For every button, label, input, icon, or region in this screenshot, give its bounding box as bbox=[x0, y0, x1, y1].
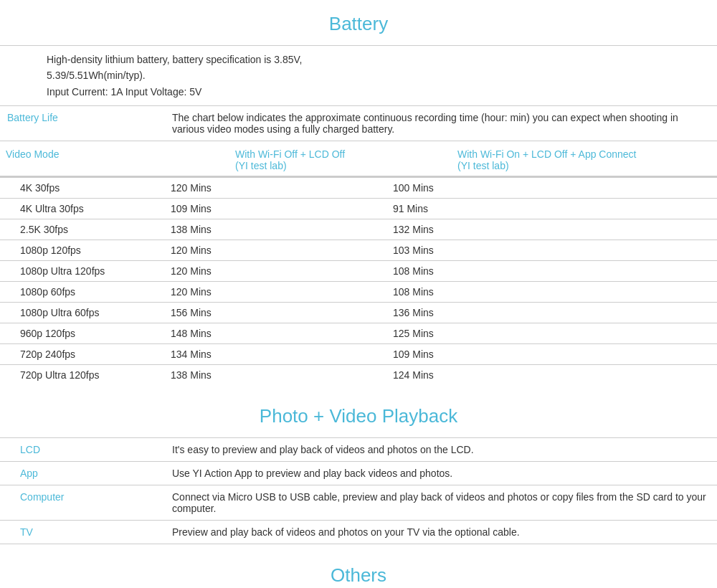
wifi-on-cell: 109 Mins bbox=[387, 344, 717, 365]
wifi-on-cell: 103 Mins bbox=[387, 240, 717, 261]
wifi-off-cell: 120 Mins bbox=[165, 240, 387, 261]
video-mode-cell: 1080p 60fps bbox=[0, 282, 165, 303]
battery-title: Battery bbox=[0, 0, 717, 45]
video-mode-cell: 4K Ultra 30fps bbox=[0, 199, 165, 219]
video-mode-cell: 720p Ultra 120fps bbox=[0, 365, 165, 386]
playback-label: App bbox=[0, 462, 165, 485]
battery-rows: 4K 30fps120 Mins100 Mins4K Ultra 30fps10… bbox=[0, 177, 717, 385]
battery-data-row: 1080p 120fps120 Mins103 Mins bbox=[0, 240, 717, 261]
playback-label: TV bbox=[0, 521, 165, 544]
video-mode-cell: 960p 120fps bbox=[0, 323, 165, 344]
video-mode-cell: 1080p Ultra 120fps bbox=[0, 261, 165, 282]
battery-data-row: 4K 30fps120 Mins100 Mins bbox=[0, 178, 717, 199]
battery-data-row: 2.5K 30fps138 Mins132 Mins bbox=[0, 219, 717, 240]
battery-life-row: Battery Life The chart below indicates t… bbox=[0, 106, 717, 141]
video-mode-cell: 1080p Ultra 60fps bbox=[0, 303, 165, 323]
battery-data-row: 1080p Ultra 60fps156 Mins136 Mins bbox=[0, 303, 717, 323]
video-mode-cell: 720p 240fps bbox=[0, 344, 165, 365]
wifi-off-cell: 120 Mins bbox=[165, 261, 387, 282]
wifi-off-cell: 120 Mins bbox=[165, 282, 387, 303]
playback-row: ComputerConnect via Micro USB to USB cab… bbox=[0, 485, 717, 521]
wifi-off-cell: 120 Mins bbox=[165, 178, 387, 199]
video-mode-cell: 1080p 120fps bbox=[0, 240, 165, 261]
battery-data-row: 1080p Ultra 120fps120 Mins108 Mins bbox=[0, 261, 717, 282]
wifi-on-cell: 91 Mins bbox=[387, 199, 717, 219]
battery-data-row: 4K Ultra 30fps109 Mins91 Mins bbox=[0, 199, 717, 219]
wifi-on-cell: 108 Mins bbox=[387, 261, 717, 282]
playback-rows: LCDIt's easy to preview and play back of… bbox=[0, 437, 717, 544]
battery-life-desc: The chart below indicates the approximat… bbox=[165, 106, 717, 141]
playback-label: Computer bbox=[0, 485, 165, 521]
wifi-on-cell: 136 Mins bbox=[387, 303, 717, 323]
playback-desc: It's easy to preview and play back of vi… bbox=[165, 438, 717, 462]
battery-spec-table: High-density lithium battery, battery sp… bbox=[0, 45, 717, 177]
video-mode-header: Video Mode bbox=[0, 144, 229, 176]
playback-title: Photo + Video Playback bbox=[0, 385, 717, 437]
battery-data-row: 720p Ultra 120fps138 Mins124 Mins bbox=[0, 365, 717, 386]
battery-table-row: Video Mode With Wi-Fi Off + LCD Off (YI … bbox=[0, 141, 717, 177]
wifi-off-header: With Wi-Fi Off + LCD Off (YI test lab) bbox=[229, 144, 452, 176]
playback-label: LCD bbox=[0, 438, 165, 462]
battery-data-table: Video Mode With Wi-Fi Off + LCD Off (YI … bbox=[0, 144, 717, 176]
wifi-on-header: With Wi-Fi On + LCD Off + App Connect (Y… bbox=[452, 144, 717, 176]
wifi-on-cell: 132 Mins bbox=[387, 219, 717, 240]
battery-spec-line1: High-density lithium battery, battery sp… bbox=[47, 52, 710, 67]
battery-data-row: 960p 120fps148 Mins125 Mins bbox=[0, 323, 717, 344]
wifi-off-cell: 148 Mins bbox=[165, 323, 387, 344]
playback-desc: Connect via Micro USB to USB cable, prev… bbox=[165, 485, 717, 521]
wifi-on-cell: 108 Mins bbox=[387, 282, 717, 303]
wifi-off-cell: 134 Mins bbox=[165, 344, 387, 365]
wifi-off-cell: 138 Mins bbox=[165, 365, 387, 386]
wifi-off-cell: 109 Mins bbox=[165, 199, 387, 219]
battery-spec-line3: Input Current: 1A Input Voltage: 5V bbox=[47, 84, 710, 100]
playback-row: LCDIt's easy to preview and play back of… bbox=[0, 438, 717, 462]
wifi-on-cell: 100 Mins bbox=[387, 178, 717, 199]
video-mode-cell: 4K 30fps bbox=[0, 178, 165, 199]
wifi-off-cell: 138 Mins bbox=[165, 219, 387, 240]
battery-data-row: 720p 240fps134 Mins109 Mins bbox=[0, 344, 717, 365]
battery-life-label: Battery Life bbox=[0, 106, 165, 141]
battery-spec-line2: 5.39/5.51Wh(min/typ). bbox=[47, 67, 710, 83]
video-mode-cell: 2.5K 30fps bbox=[0, 219, 165, 240]
wifi-on-cell: 124 Mins bbox=[387, 365, 717, 386]
playback-row: AppUse YI Action App to preview and play… bbox=[0, 462, 717, 485]
wifi-on-cell: 125 Mins bbox=[387, 323, 717, 344]
battery-table-header: Video Mode With Wi-Fi Off + LCD Off (YI … bbox=[0, 144, 717, 176]
playback-desc: Preview and play back of videos and phot… bbox=[165, 521, 717, 544]
wifi-off-cell: 156 Mins bbox=[165, 303, 387, 323]
playback-desc: Use YI Action App to preview and play ba… bbox=[165, 462, 717, 485]
playback-row: TVPreview and play back of videos and ph… bbox=[0, 521, 717, 544]
battery-spec-row: High-density lithium battery, battery sp… bbox=[0, 46, 717, 106]
battery-data-row: 1080p 60fps120 Mins108 Mins bbox=[0, 282, 717, 303]
others-title: Others bbox=[0, 544, 717, 588]
